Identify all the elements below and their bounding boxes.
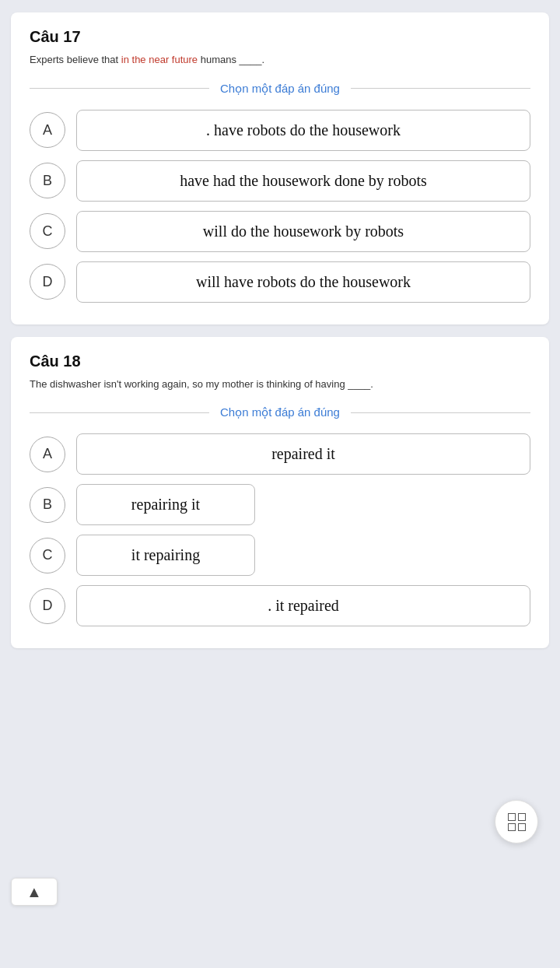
grid-icon (508, 813, 526, 831)
option-box-18-c[interactable]: it repairing (76, 535, 255, 576)
option-box-18-a[interactable]: repaired it (76, 433, 530, 475)
scroll-up-button[interactable]: ▲ (11, 878, 58, 906)
instruction-18: Chọn một đáp án đúng (220, 405, 340, 419)
option-row-18-b: B repairing it (30, 484, 530, 525)
question-text-18: The dishwasher isn't working again, so m… (30, 377, 530, 392)
instruction-17: Chọn một đáp án đúng (220, 82, 340, 96)
divider-line-left-18 (30, 412, 209, 413)
option-box-17-d[interactable]: will have robots do the housework (76, 261, 530, 303)
option-circle-17-d[interactable]: D (30, 264, 65, 300)
option-row-17-c: C will do the housework by robots (30, 211, 530, 252)
option-row-17-a: A . have robots do the housework (30, 110, 530, 151)
option-row-18-a: A repaired it (30, 433, 530, 475)
option-row-18-c: C it repairing (30, 535, 530, 576)
option-circle-18-d[interactable]: D (30, 588, 65, 624)
question-card-17: Câu 17 Experts believe that in the near … (11, 12, 549, 324)
options-list-18: A repaired it B repairing it C it repair… (30, 433, 530, 626)
question-title-18: Câu 18 (30, 352, 530, 370)
option-box-18-d[interactable]: . it repaired (76, 585, 530, 626)
text-after-17: humans ____. (198, 54, 264, 65)
option-circle-18-b[interactable]: B (30, 487, 65, 523)
option-box-18-b[interactable]: repairing it (76, 484, 255, 525)
up-arrow-icon: ▲ (26, 883, 42, 901)
options-list-17: A . have robots do the housework B have … (30, 110, 530, 303)
option-row-17-d: D will have robots do the housework (30, 261, 530, 303)
question-card-18: Câu 18 The dishwasher isn't working agai… (11, 337, 549, 649)
option-box-17-c[interactable]: will do the housework by robots (76, 211, 530, 252)
divider-18: Chọn một đáp án đúng (30, 405, 530, 419)
text-before-17: Experts believe that (30, 54, 121, 65)
option-box-17-a[interactable]: . have robots do the housework (76, 110, 530, 151)
option-row-18-d: D . it repaired (30, 585, 530, 626)
question-title-17: Câu 17 (30, 28, 530, 46)
option-circle-17-a[interactable]: A (30, 112, 65, 148)
option-circle-17-c[interactable]: C (30, 213, 65, 249)
option-circle-18-a[interactable]: A (30, 437, 65, 472)
text-highlight-17: in the near future (121, 54, 198, 65)
divider-line-right-17 (351, 88, 530, 89)
option-row-17-b: B have had the housework done by robots (30, 160, 530, 202)
question-text-17: Experts believe that in the near future … (30, 52, 530, 68)
grid-menu-button[interactable] (495, 800, 538, 843)
option-circle-18-c[interactable]: C (30, 538, 65, 573)
divider-line-left-17 (30, 88, 209, 89)
divider-17: Chọn một đáp án đúng (30, 82, 530, 96)
divider-line-right-18 (351, 412, 530, 413)
option-box-17-b[interactable]: have had the housework done by robots (76, 160, 530, 202)
option-circle-17-b[interactable]: B (30, 163, 65, 198)
